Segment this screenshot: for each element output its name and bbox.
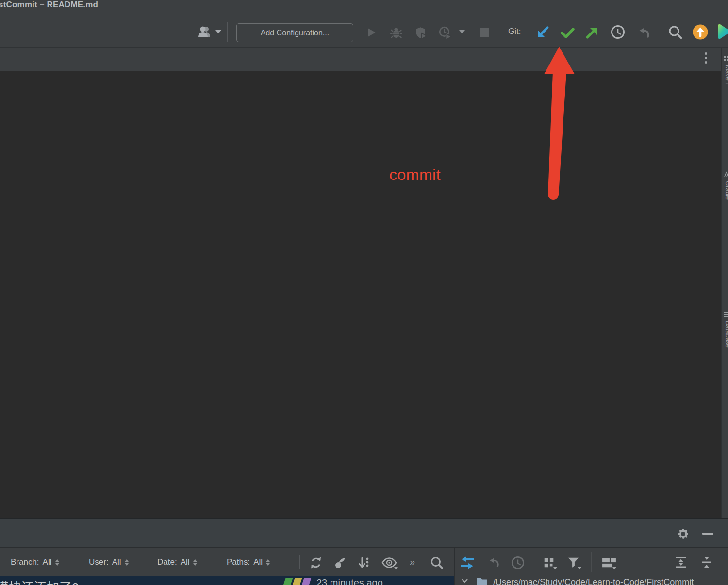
user-profile-icon[interactable]	[196, 24, 214, 40]
ide-update-badge-icon[interactable]	[693, 24, 708, 40]
commit-time: 23 minutes ago	[316, 577, 383, 585]
branch-tag-stripe-purple	[300, 578, 311, 585]
go-to-hash-cherry-icon[interactable]	[333, 555, 347, 570]
paths-filter-value: All	[253, 557, 263, 567]
filter-caret-icon[interactable]	[578, 567, 581, 569]
tool-window-icon	[724, 312, 728, 317]
branch-filter[interactable]: Branch: All	[11, 548, 59, 576]
user-filter-label: User:	[89, 557, 109, 567]
hide-panel-button[interactable]	[702, 533, 713, 535]
sort-arrows-icon	[193, 559, 197, 566]
run-with-coverage-button[interactable]	[414, 25, 428, 40]
stripe-item[interactable]: Database	[724, 312, 728, 348]
version-control-panel-header	[0, 518, 728, 547]
sort-arrows-icon	[125, 559, 129, 566]
user-filter[interactable]: User: All	[89, 548, 129, 576]
branch-filter-value: All	[43, 557, 52, 567]
history-clock-icon[interactable]	[610, 24, 626, 40]
date-filter-value: All	[181, 557, 190, 567]
gem-toolbox-icon[interactable]	[715, 23, 728, 40]
date-filter-label: Date:	[157, 557, 177, 567]
branch-filter-label: Branch:	[11, 557, 39, 567]
git-push-button[interactable]	[584, 25, 600, 40]
paths-filter[interactable]: Paths: All	[227, 548, 270, 576]
repository-path: /Users/mac/Study/Code/Learn-to-Code/Firs…	[493, 577, 694, 585]
log-search-icon[interactable]	[429, 555, 445, 570]
sort-icon[interactable]	[357, 555, 372, 570]
eye-dropdown-caret-icon[interactable]	[394, 567, 398, 569]
window-title: stCommit – README.md	[0, 0, 98, 10]
annotation-red-arrow	[524, 43, 582, 203]
toolbar-separator	[299, 555, 300, 569]
refresh-icon[interactable]	[309, 555, 323, 570]
log-undo-icon[interactable]	[487, 555, 501, 570]
stripe-label: Maven	[724, 65, 728, 84]
stripe-item[interactable]: Maven	[724, 56, 728, 84]
git-update-project-button[interactable]	[535, 25, 550, 40]
git-log-selected-row[interactable]: 模块还添加了3 23 minutes ago	[0, 576, 454, 585]
rollback-icon[interactable]	[636, 25, 652, 41]
git-commit-button[interactable]	[559, 24, 576, 41]
layout-caret-icon[interactable]	[612, 567, 616, 569]
toolbar-separator	[529, 552, 529, 572]
debug-button[interactable]	[389, 25, 403, 40]
more-chevrons-icon[interactable]: »	[410, 556, 414, 568]
right-tool-window-stripe: Maven Gradle Database	[721, 48, 728, 518]
sort-arrows-icon	[55, 559, 59, 566]
folder-icon	[477, 577, 487, 585]
paths-filter-label: Paths:	[227, 557, 250, 567]
ide-window: stCommit – README.md Add Configuration..…	[0, 0, 728, 585]
tool-window-icon	[724, 56, 728, 61]
user-filter-value: All	[112, 557, 121, 567]
toolbar-separator	[591, 552, 592, 572]
stripe-label: Database	[724, 321, 728, 348]
commit-details-pane: /Users/mac/Study/Code/Learn-to-Code/Firs…	[455, 576, 728, 585]
navigate-arrows-icon[interactable]	[459, 555, 476, 570]
collapse-all-icon[interactable]	[699, 555, 714, 569]
commit-message: 模块还添加了3	[0, 577, 79, 585]
tool-window-icon	[724, 171, 728, 177]
toolbar-separator	[499, 22, 499, 42]
log-history-clock-icon	[510, 555, 526, 570]
date-filter[interactable]: Date: All	[157, 548, 197, 576]
add-configuration-button[interactable]: Add Configuration...	[236, 23, 353, 42]
run-config-dropdown-caret-icon[interactable]	[459, 30, 465, 33]
git-log-toolbar: Branch: All User: All Date: All Paths: A…	[0, 548, 728, 576]
stripe-label: Gradle	[724, 181, 728, 200]
branch-tag-stripe-yellow	[291, 578, 302, 585]
chevron-down-icon[interactable]	[461, 578, 468, 584]
run-button[interactable]	[364, 25, 379, 40]
annotation-commit-text: commit	[389, 166, 441, 184]
sort-arrows-icon	[266, 559, 270, 566]
stripe-item[interactable]: Gradle	[724, 171, 728, 200]
editor-area[interactable]	[0, 71, 721, 518]
branch-tag-stripe-green	[282, 578, 293, 585]
search-everywhere-icon[interactable]	[667, 24, 683, 40]
expand-all-icon[interactable]	[674, 555, 688, 569]
stop-button[interactable]	[477, 25, 491, 40]
profiler-button[interactable]	[438, 25, 452, 40]
git-label: Git:	[508, 27, 521, 36]
group-by-caret-icon[interactable]	[553, 567, 557, 569]
editor-tab-strip	[0, 47, 728, 70]
tab-options-kebab-icon[interactable]	[705, 52, 707, 64]
panel-settings-gear-icon[interactable]	[676, 526, 690, 541]
user-dropdown-caret-icon[interactable]	[215, 30, 221, 33]
toolbar-separator	[227, 22, 228, 42]
toolbar-separator	[660, 22, 660, 42]
